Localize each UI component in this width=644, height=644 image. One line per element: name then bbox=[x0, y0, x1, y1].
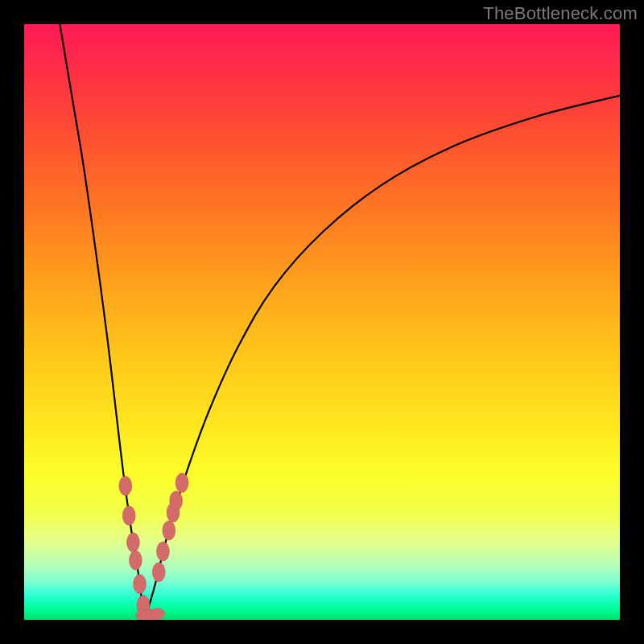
data-marker bbox=[134, 575, 147, 594]
data-marker bbox=[122, 506, 135, 526]
data-markers bbox=[119, 473, 188, 615]
data-marker bbox=[156, 542, 169, 561]
data-marker bbox=[126, 533, 139, 552]
data-marker bbox=[129, 551, 142, 570]
plot-area bbox=[24, 24, 620, 620]
watermark-text: TheBottleneck.com bbox=[483, 3, 638, 24]
chart-frame: TheBottleneck.com bbox=[0, 0, 644, 644]
data-marker bbox=[175, 473, 188, 493]
data-marker bbox=[119, 477, 132, 496]
data-marker bbox=[152, 563, 165, 582]
data-marker bbox=[170, 491, 183, 510]
data-marker bbox=[163, 521, 175, 540]
curve-right-branch bbox=[147, 96, 620, 615]
data-marker-foot bbox=[151, 609, 165, 620]
curve-layer bbox=[24, 24, 620, 620]
curve-left-branch bbox=[60, 24, 146, 615]
data-markers-foot bbox=[136, 609, 165, 620]
